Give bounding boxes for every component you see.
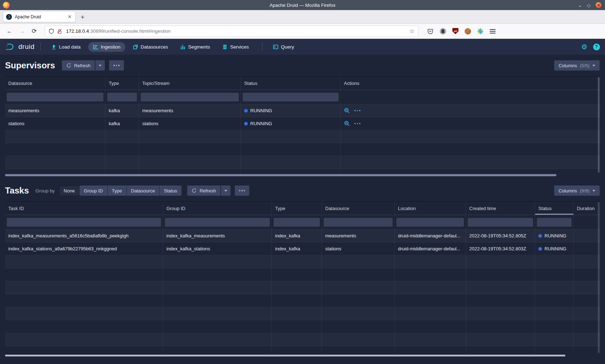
table-row: stations kafka stations RUNNING [5,117,600,130]
druid-favicon-icon [6,14,12,20]
druid-logo[interactable]: druid [5,42,35,51]
actions-cell [341,117,600,130]
task-id-cell: index_kafka_measurements_a5616c5ba8afb8b… [5,229,163,242]
group-by-none-button[interactable]: None [59,185,79,196]
group-id-cell: index_kafka_stations [163,242,272,255]
pocket-icon[interactable] [427,28,434,35]
created-time-filter-input[interactable] [467,218,533,227]
empty-row [5,307,600,320]
tasks-controls: Tasks Group by None Group ID Type Dataso… [5,183,600,198]
group-by-group-id-button[interactable]: Group ID [79,185,107,196]
maximize-icon[interactable]: ◇ [587,3,591,8]
nav-services[interactable]: Services [218,42,254,52]
group-by-datasource-button[interactable]: Datasource [126,185,159,196]
tasks-horizontal-scrollbar[interactable] [5,355,565,356]
topic-cell: measurements [139,104,241,117]
container-extension-icon[interactable] [477,28,484,35]
supervisors-horizontal-scrollbar[interactable] [5,174,556,176]
settings-gear-icon[interactable]: ⚙ [581,44,587,50]
nav-ingestion[interactable]: Ingestion [88,42,125,52]
minimize-icon[interactable]: ⌄ [578,3,582,8]
inspect-magnifier-icon[interactable] [344,120,350,127]
tasks-refresh-button[interactable]: Refresh [187,185,221,196]
column-header-topic-stream[interactable]: Topic/Stream [139,77,241,90]
chevron-down-icon [224,190,227,192]
url-bar[interactable]: 172.18.0.4:30899/unified-console.html#in… [45,26,418,37]
tab-bar: Apache Druid ✕ + [0,10,605,24]
type-filter-input[interactable] [273,218,320,227]
column-header-type[interactable]: Type [272,202,322,215]
inspect-magnifier-icon[interactable] [344,108,350,114]
column-header-created-time[interactable]: Created time [466,202,535,215]
nav-datasources[interactable]: Datasources [128,42,173,52]
status-filter-input[interactable] [537,218,572,227]
menu-icon[interactable] [490,29,496,33]
column-header-datasource[interactable]: Datasource [5,77,106,90]
group-by-type-button[interactable]: Type [107,185,126,196]
status-filter-input[interactable] [242,92,339,102]
tasks-refresh-caret-button[interactable] [221,185,231,196]
column-header-status[interactable]: Status [535,202,574,215]
location-filter-input[interactable] [396,218,464,227]
forward-icon[interactable]: → [19,28,25,34]
empty-row [5,268,600,281]
datasource-filter-input[interactable] [323,218,393,227]
task-id-filter-input[interactable] [6,218,161,227]
bookmark-star-icon[interactable]: ☆ [409,28,414,35]
table-row: measurements kafka measurements RUNNING [5,104,600,117]
row-more-icon[interactable] [354,123,360,124]
column-header-group-id[interactable]: Group ID [163,202,272,215]
row-more-icon[interactable] [354,110,360,112]
column-header-task-id[interactable]: Task ID [5,202,163,215]
new-tab-button[interactable]: + [81,14,85,21]
tasks-vertical-scrollbar[interactable] [598,202,600,353]
supervisors-table-header: Datasource Type Topic/Stream Status Acti… [5,77,600,90]
cookie-extension-icon[interactable] [465,28,471,35]
supervisors-table: Datasource Type Topic/Stream Status Acti… [5,76,600,173]
reload-icon[interactable]: ⟳ [32,28,37,34]
back-icon[interactable]: ← [6,28,13,34]
topic-filter-input[interactable] [140,92,239,102]
datasource-filter-input[interactable] [6,92,104,102]
actions-cell [341,104,600,117]
empty-row [5,169,600,173]
browser-tab[interactable]: Apache Druid ✕ [3,11,76,22]
supervisors-filter-row [5,90,600,104]
nav-segments[interactable]: Segments [175,42,215,52]
close-icon[interactable]: ✕ [596,2,601,8]
column-header-location[interactable]: Location [395,202,466,215]
tasks-more-button[interactable] [234,185,250,196]
privacy-extension-icon[interactable] [440,28,446,35]
column-header-actions[interactable]: Actions [341,77,600,90]
nav-query[interactable]: Query [268,42,299,52]
supervisors-more-button[interactable] [109,60,124,71]
url-host: 172.18.0.4 [66,28,89,34]
type-cell: index_kafka [272,242,322,255]
supervisors-columns-button[interactable]: Columns (5/5) [554,60,600,71]
type-filter-input[interactable] [107,92,137,102]
column-header-datasource[interactable]: Datasource [322,202,395,215]
druid-header: druid Load data Ingestion Datasources Se… [0,39,605,55]
supervisors-refresh-button[interactable]: Refresh [62,60,95,71]
group-by-status-button[interactable]: Status [159,185,182,196]
ublock-icon[interactable]: uO [452,28,458,34]
status-cell: RUNNING [241,104,341,117]
created-time-cell: 2022-08-19T05:34:52.805Z [466,229,535,242]
nav-load-data[interactable]: Load data [46,42,85,52]
column-header-status[interactable]: Status [241,77,341,90]
supervisors-vertical-scrollbar[interactable] [598,77,600,173]
group-id-filter-input[interactable] [165,218,270,227]
datasources-icon [133,44,138,50]
column-header-duration[interactable]: Duration [574,202,600,215]
help-icon[interactable]: ? [593,44,600,50]
tasks-title: Tasks [5,186,29,196]
location-cell: druid-middlemanager-defaul... [395,229,466,242]
supervisors-refresh-caret-button[interactable] [95,60,105,71]
column-header-type[interactable]: Type [106,77,139,90]
empty-row [5,333,600,346]
tab-close-icon[interactable]: ✕ [67,14,72,19]
empty-row [5,130,600,143]
tasks-columns-button[interactable]: Columns (9/9) [554,185,600,196]
shield-icon [49,28,54,34]
ingestion-icon [93,44,98,50]
